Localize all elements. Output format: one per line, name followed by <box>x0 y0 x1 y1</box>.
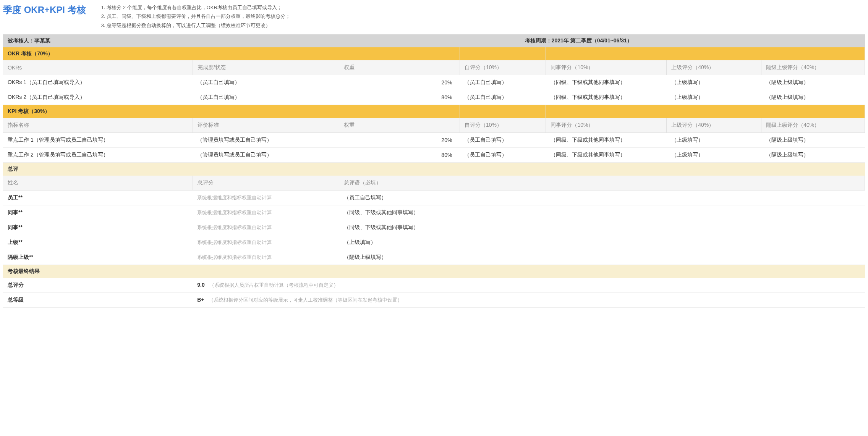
summary-row: 员工** 系统根据维度和指标权重自动计算 （员工自己填写） <box>3 191 865 205</box>
summary-comment[interactable]: （隔级上级填写） <box>339 250 865 265</box>
okr-peer-score[interactable]: （同级、下级或其他同事填写） <box>546 75 667 90</box>
col-header-cell: 自评分（10%） <box>460 60 546 75</box>
summary-name: 上级** <box>3 235 193 250</box>
final-value-cell: 9.0 （系统根据人员所占权重自动计算（考核流程中可自定义） <box>193 278 865 293</box>
okr-section-title: OKR 考核（70%） <box>3 47 460 60</box>
col-header-cell: OKRs <box>3 60 193 75</box>
summary-row: 隔级上级** 系统根据维度和指标权重自动计算 （隔级上级填写） <box>3 250 865 265</box>
summary-name: 隔级上级** <box>3 250 193 265</box>
col-header-cell: 上级评分（40%） <box>667 118 761 133</box>
col-header-cell: 隔级上级评分（40%） <box>761 60 865 75</box>
col-header-cell: 同事评分（10%） <box>546 60 667 75</box>
okr-skip-score[interactable]: （隔级上级填写） <box>761 90 865 105</box>
kpi-row: 重点工作 2（管理员填写或员工自己填写） （管理员填写或员工自己填写） 80% … <box>3 148 865 163</box>
kpi-row: 重点工作 1（管理员填写或员工自己填写） （管理员填写或员工自己填写） 20% … <box>3 133 865 148</box>
summary-score: 系统根据维度和指标权重自动计算 <box>193 250 339 265</box>
kpi-self-score[interactable]: （员工自己填写） <box>460 148 546 163</box>
okr-peer-score[interactable]: （同级、下级或其他同事填写） <box>546 90 667 105</box>
final-value-cell: B+ （系统根据评分区间对应的等级展示，可走人工校准调整（等级区间在发起考核中设… <box>193 293 865 308</box>
kpi-skip-score[interactable]: （隔级上级填写） <box>761 148 865 163</box>
col-header-cell: 指标名称 <box>3 118 193 133</box>
final-grade-value: B+ <box>197 297 204 303</box>
period-label: 考核周期：2021年 第二季度（04/01~06/31） <box>520 34 865 47</box>
kpi-section-header: KPI 考核（30%） <box>3 105 865 118</box>
assessment-table: OKR 考核（70%） OKRs 完成度/状态 权重 自评分（10%） 同事评分… <box>3 47 865 308</box>
summary-section-header: 总评 <box>3 163 865 176</box>
summary-score: 系统根据维度和指标权重自动计算 <box>193 191 339 205</box>
okr-sup-score[interactable]: （上级填写） <box>667 90 761 105</box>
col-header-cell: 权重 <box>339 118 460 133</box>
final-row: 总评分 9.0 （系统根据人员所占权重自动计算（考核流程中可自定义） <box>3 278 865 293</box>
final-label: 总评分 <box>3 278 193 293</box>
summary-comment[interactable]: （上级填写） <box>339 235 865 250</box>
kpi-column-header: 指标名称 评价标准 权重 自评分（10%） 同事评分（10%） 上级评分（40%… <box>3 118 865 133</box>
col-header-cell: 上级评分（40%） <box>667 60 761 75</box>
col-header-cell: 总评语（必填） <box>339 176 865 191</box>
col-header-cell: 自评分（10%） <box>460 118 546 133</box>
okr-sup-score[interactable]: （上级填写） <box>667 75 761 90</box>
col-header-cell: 权重 <box>339 60 460 75</box>
summary-score: 系统根据维度和指标权重自动计算 <box>193 220 339 235</box>
kpi-sup-score[interactable]: （上级填写） <box>667 133 761 148</box>
col-header-cell: 隔级上级评分（40%） <box>761 118 865 133</box>
kpi-self-score[interactable]: （员工自己填写） <box>460 133 546 148</box>
header-notes: 1. 考核分 2 个维度，每个维度有各自权重占比，OKR考核由员工自己填写或导入… <box>101 3 290 30</box>
final-row: 总等级 B+ （系统根据评分区间对应的等级展示，可走人工校准调整（等级区间在发起… <box>3 293 865 308</box>
page-header: 季度 OKR+KPI 考核 1. 考核分 2 个维度，每个维度有各自权重占比，O… <box>3 3 865 30</box>
final-label: 总等级 <box>3 293 193 308</box>
kpi-sup-score[interactable]: （上级填写） <box>667 148 761 163</box>
summary-name: 同事** <box>3 220 193 235</box>
okr-weight[interactable]: 80% <box>339 90 460 105</box>
person-label: 被考核人：李某某 <box>3 34 520 47</box>
col-header-cell: 完成度/状态 <box>193 60 339 75</box>
okr-weight[interactable]: 20% <box>339 75 460 90</box>
summary-comment[interactable]: （员工自己填写） <box>339 191 865 205</box>
okr-row: OKRs 2（员工自己填写或导入） （员工自己填写） 80% （员工自己填写） … <box>3 90 865 105</box>
summary-name: 同事** <box>3 205 193 220</box>
final-score-hint: （系统根据人员所占权重自动计算（考核流程中可自定义） <box>209 282 338 288</box>
kpi-section-title: KPI 考核（30%） <box>3 105 460 118</box>
final-grade-hint: （系统根据评分区间对应的等级展示，可走人工校准调整（等级区间在发起考核中设置） <box>209 297 402 303</box>
okr-self-score[interactable]: （员工自己填写） <box>460 75 546 90</box>
final-section-title: 考核最终结果 <box>3 265 865 278</box>
okr-self-score[interactable]: （员工自己填写） <box>460 90 546 105</box>
page-title: 季度 OKR+KPI 考核 <box>3 3 86 16</box>
summary-comment[interactable]: （同级、下级或其他同事填写） <box>339 205 865 220</box>
summary-score: 系统根据维度和指标权重自动计算 <box>193 205 339 220</box>
summary-name: 员工** <box>3 191 193 205</box>
col-header-cell: 同事评分（10%） <box>546 118 667 133</box>
col-header-cell: 姓名 <box>3 176 193 191</box>
kpi-skip-score[interactable]: （隔级上级填写） <box>761 133 865 148</box>
kpi-name[interactable]: 重点工作 1（管理员填写或员工自己填写） <box>3 133 193 148</box>
summary-row: 上级** 系统根据维度和指标权重自动计算 （上级填写） <box>3 235 865 250</box>
okr-status[interactable]: （员工自己填写） <box>193 90 339 105</box>
okr-column-header: OKRs 完成度/状态 权重 自评分（10%） 同事评分（10%） 上级评分（4… <box>3 60 865 75</box>
final-score-value: 9.0 <box>197 282 204 288</box>
okr-name[interactable]: OKRs 1（员工自己填写或导入） <box>3 75 193 90</box>
info-row: 被考核人：李某某 考核周期：2021年 第二季度（04/01~06/31） <box>3 34 865 47</box>
kpi-weight[interactable]: 20% <box>339 133 460 148</box>
kpi-peer-score[interactable]: （同级、下级或其他同事填写） <box>546 133 667 148</box>
kpi-name[interactable]: 重点工作 2（管理员填写或员工自己填写） <box>3 148 193 163</box>
okr-status[interactable]: （员工自己填写） <box>193 75 339 90</box>
okr-row: OKRs 1（员工自己填写或导入） （员工自己填写） 20% （员工自己填写） … <box>3 75 865 90</box>
note-item: 2. 员工、同级、下级和上级都需要评价，并且各自占一部分权重，最终影响考核总分； <box>101 12 290 21</box>
summary-column-header: 姓名 总评分 总评语（必填） <box>3 176 865 191</box>
kpi-weight[interactable]: 80% <box>339 148 460 163</box>
summary-section-title: 总评 <box>3 163 865 176</box>
summary-row: 同事** 系统根据维度和指标权重自动计算 （同级、下级或其他同事填写） <box>3 220 865 235</box>
summary-score: 系统根据维度和指标权重自动计算 <box>193 235 339 250</box>
note-item: 1. 考核分 2 个维度，每个维度有各自权重占比，OKR考核由员工自己填写或导入… <box>101 3 290 12</box>
summary-comment[interactable]: （同级、下级或其他同事填写） <box>339 220 865 235</box>
kpi-peer-score[interactable]: （同级、下级或其他同事填写） <box>546 148 667 163</box>
kpi-status[interactable]: （管理员填写或员工自己填写） <box>193 133 339 148</box>
okr-skip-score[interactable]: （隔级上级填写） <box>761 75 865 90</box>
note-item: 3. 总等级是根据分数自动换算的，可以进行人工调整（绩效校准环节可更改） <box>101 21 290 30</box>
kpi-status[interactable]: （管理员填写或员工自己填写） <box>193 148 339 163</box>
okr-section-header: OKR 考核（70%） <box>3 47 865 60</box>
okr-name[interactable]: OKRs 2（员工自己填写或导入） <box>3 90 193 105</box>
col-header-cell: 总评分 <box>193 176 339 191</box>
col-header-cell: 评价标准 <box>193 118 339 133</box>
summary-row: 同事** 系统根据维度和指标权重自动计算 （同级、下级或其他同事填写） <box>3 205 865 220</box>
final-section-header: 考核最终结果 <box>3 265 865 278</box>
